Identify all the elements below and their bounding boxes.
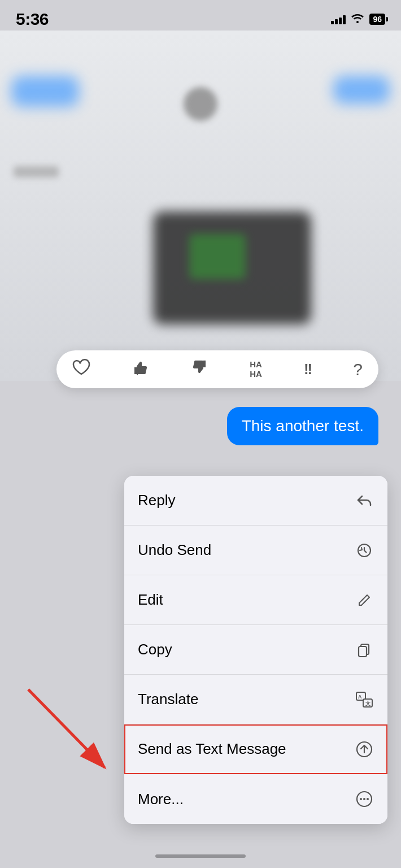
battery-indicator: 96 bbox=[369, 14, 385, 25]
reaction-thumbsdown[interactable] bbox=[191, 358, 208, 380]
edit-icon bbox=[355, 591, 374, 610]
menu-item-reply[interactable]: Reply bbox=[124, 476, 387, 526]
reaction-haha[interactable]: HAHA bbox=[250, 360, 262, 379]
reply-icon bbox=[355, 491, 374, 510]
reaction-heart[interactable] bbox=[72, 359, 90, 380]
status-time: 5:36 bbox=[16, 10, 49, 29]
menu-item-undo-send[interactable]: Undo Send bbox=[124, 526, 387, 575]
context-menu: Reply Undo Send Edit Copy bbox=[124, 476, 387, 824]
svg-line-13 bbox=[28, 689, 104, 767]
red-arrow bbox=[17, 678, 130, 780]
svg-point-9 bbox=[360, 798, 362, 800]
status-bar: 5:36 96 bbox=[0, 0, 401, 31]
svg-text:A: A bbox=[358, 694, 362, 700]
wifi-icon bbox=[351, 13, 364, 26]
svg-point-10 bbox=[363, 798, 365, 800]
home-indicator bbox=[155, 854, 246, 858]
more-icon bbox=[355, 789, 374, 809]
menu-item-more-label: More... bbox=[138, 791, 184, 808]
menu-item-more[interactable]: More... bbox=[124, 774, 387, 824]
menu-item-translate[interactable]: Translate A 文 bbox=[124, 675, 387, 724]
menu-item-copy-label: Copy bbox=[138, 641, 172, 658]
menu-item-edit-label: Edit bbox=[138, 591, 163, 609]
undo-send-icon bbox=[355, 541, 374, 560]
send-up-icon bbox=[355, 740, 374, 759]
svg-point-11 bbox=[367, 798, 369, 800]
menu-item-edit[interactable]: Edit bbox=[124, 575, 387, 625]
status-icons: 96 bbox=[331, 13, 385, 26]
copy-icon bbox=[355, 640, 374, 659]
background-blur bbox=[0, 31, 401, 381]
reaction-exclamation[interactable]: !! bbox=[304, 361, 311, 378]
reaction-thumbsup[interactable] bbox=[132, 358, 149, 380]
menu-item-translate-label: Translate bbox=[138, 691, 198, 708]
translate-icon: A 文 bbox=[355, 690, 374, 709]
reaction-question[interactable]: ? bbox=[353, 360, 363, 379]
menu-item-undo-label: Undo Send bbox=[138, 541, 211, 559]
reaction-bar: HAHA !! ? bbox=[56, 350, 378, 388]
svg-text:文: 文 bbox=[365, 701, 371, 706]
signal-icon bbox=[331, 14, 346, 24]
message-bubble: This another test. bbox=[227, 407, 378, 445]
svg-rect-2 bbox=[359, 646, 367, 657]
menu-item-send-as-text-label: Send as Text Message bbox=[138, 740, 286, 758]
menu-item-send-as-text[interactable]: Send as Text Message bbox=[124, 724, 387, 774]
menu-item-copy[interactable]: Copy bbox=[124, 625, 387, 675]
menu-item-reply-label: Reply bbox=[138, 492, 175, 509]
